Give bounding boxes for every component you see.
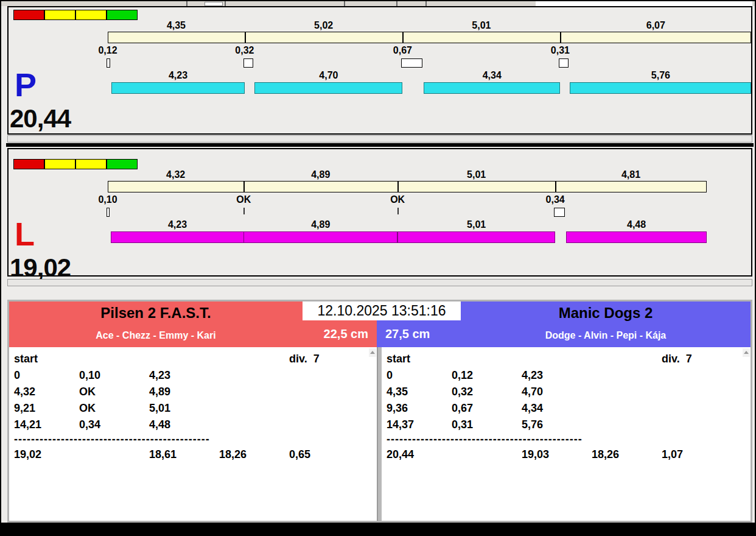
table-cell: OK (79, 384, 149, 400)
table-cell (592, 384, 662, 400)
table-row: 4,350,324,70 (382, 384, 751, 400)
table-cell: OK (79, 400, 149, 417)
table-cell: 0 (387, 367, 452, 384)
toolbar-fragment (186, 1, 187, 6)
leg-time-label: 4,32 (108, 169, 243, 179)
table-cell: 0,31 (452, 417, 522, 433)
scoreboard: Pilsen 2 F.A.S.T. Manic Dogs 2 12.10.202… (7, 300, 752, 523)
dog-run-bar (424, 82, 560, 94)
table-cell: 14,21 (14, 417, 79, 433)
table-row: 9,21OK5,01 (9, 400, 377, 417)
toolbar-fragment (396, 1, 397, 6)
table-cell: 19,03 (522, 446, 592, 463)
lane-l-footer-strip (7, 279, 752, 286)
table-cell: 4,89 (149, 384, 219, 400)
leg-time-label: 4,89 (243, 169, 397, 179)
traffic-light (75, 159, 107, 169)
table-row: 00,124,23 (382, 367, 751, 384)
team-right-dogs: Dodge - Alvin - Pepi - Kája (461, 324, 751, 347)
leg-divider (560, 32, 561, 43)
team-right-sub-bar: 27,5 cm Dodge - Alvin - Pepi - Kája (377, 324, 751, 347)
cross-window-box (554, 208, 565, 217)
table-cell: div. 7 (662, 351, 751, 367)
table-cell: 4,70 (522, 384, 592, 400)
dog-time-label: 5,01 (397, 219, 555, 229)
leg-divider (397, 181, 399, 192)
table-cell: start (14, 351, 79, 367)
lane-separator (6, 143, 754, 147)
table-cell (219, 384, 289, 400)
leg-time-label: 5,02 (245, 20, 403, 30)
table-row: startdiv. 7 (9, 351, 377, 367)
toolbar-fragment (536, 1, 752, 6)
dog-run-bar (254, 82, 402, 94)
cross-window-box (401, 58, 422, 68)
lane-panel-l: 4,320,104,234,89OK4,895,01OK5,014,810,34… (7, 148, 752, 277)
toolbar-cropped (1, 1, 755, 6)
leg-time-label: 5,01 (397, 169, 555, 179)
table-cell (79, 446, 149, 463)
team-left-name: Pilsen 2 F.A.S.T. (9, 302, 303, 324)
dog-run-bar (111, 231, 244, 243)
table-cell: 0,12 (452, 367, 522, 384)
dog-time-label: 5,76 (570, 70, 751, 80)
table-cell: 19,02 (14, 446, 79, 463)
leg-divider (402, 32, 404, 43)
cross-time-label: 0,32 (220, 45, 269, 55)
cross-ok-tick (397, 208, 399, 214)
traffic-light (13, 159, 44, 169)
table-cell (219, 367, 289, 384)
timestamp: 12.10.2025 13:51:16 (303, 302, 461, 320)
cross-time-label: OK (373, 194, 422, 204)
dog-run-bar (243, 231, 397, 243)
table-cell (592, 400, 662, 417)
leg-time-label: 6,07 (560, 20, 751, 30)
table-cell (79, 351, 149, 367)
table-cell: 5,01 (149, 400, 219, 417)
toolbar-fragment (425, 1, 427, 6)
table-cell: 20,44 (387, 446, 452, 463)
results-table-right: startdiv. 700,124,234,350,324,709,360,67… (382, 347, 751, 521)
table-cell (522, 351, 592, 367)
lane-total: 20,44 (10, 105, 211, 133)
table-cell (592, 367, 662, 384)
table-separator: ----------------------------------------… (9, 433, 377, 446)
cross-time-label: 0,31 (536, 45, 584, 55)
bottom-bar (1, 523, 755, 536)
cross-window-box (559, 58, 569, 68)
leg-divider (555, 181, 556, 192)
table-cell (662, 367, 751, 384)
traffic-light (75, 10, 107, 20)
dog-run-bar (570, 82, 751, 94)
table-cell: 9,36 (387, 400, 452, 417)
cross-window-box (107, 58, 110, 68)
traffic-light (107, 10, 138, 20)
table-cell: 4,48 (149, 417, 219, 433)
dog-time-label: 4,89 (243, 219, 397, 229)
table-row: 14,210,344,48 (9, 417, 377, 433)
table-cell (592, 351, 662, 367)
table-row: 9,360,674,34 (382, 400, 751, 417)
leg-divider (245, 32, 246, 43)
table-row: 19,0218,6118,260,65 (9, 446, 377, 463)
table-row: 20,4419,0318,261,07 (382, 446, 751, 463)
table-cell: 0,10 (79, 367, 149, 384)
leg-bar-track (108, 181, 707, 192)
table-cell (289, 367, 377, 384)
cross-window-box (107, 208, 110, 217)
table-cell (452, 446, 522, 463)
toolbar-fragment (225, 1, 226, 6)
table-cell: 0,67 (452, 400, 522, 417)
table-cell: 0,65 (289, 446, 377, 463)
results-table-left: startdiv. 700,104,234,32OK4,899,21OK5,01… (9, 347, 378, 521)
lane-total: 19,02 (10, 254, 211, 282)
traffic-light (107, 159, 138, 169)
dog-time-label: 4,48 (566, 219, 707, 229)
table-cell: 9,21 (14, 400, 79, 417)
cross-time-label: 0,67 (378, 45, 427, 55)
table-cell (592, 417, 662, 433)
leg-time-label: 4,81 (555, 169, 707, 179)
table-cell: 14,37 (387, 417, 452, 433)
table-cell: 1,07 (662, 446, 751, 463)
cross-window-box (243, 58, 254, 68)
